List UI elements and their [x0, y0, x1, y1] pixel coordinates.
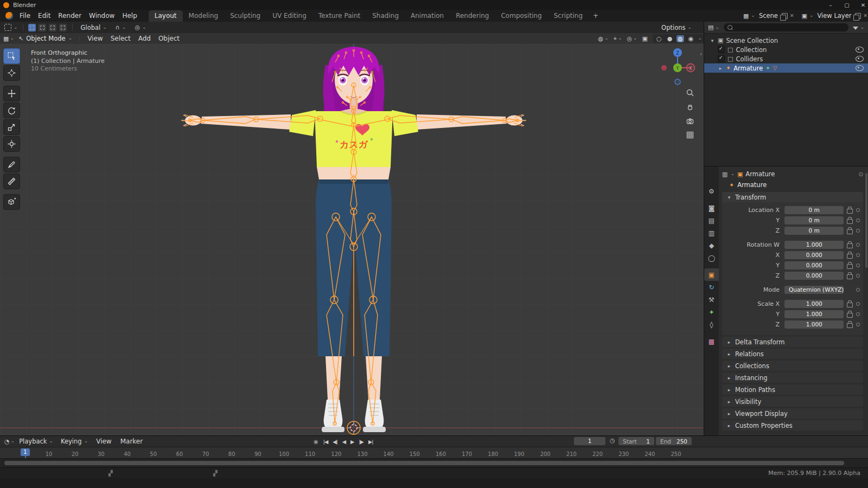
object-name[interactable]: Armature — [737, 181, 767, 189]
rotation-mode-dropdown[interactable]: Quaternion (WXYZ) — [784, 286, 844, 294]
timeline-marker-menu[interactable]: Marker — [117, 436, 146, 446]
select-mode-set-button[interactable] — [28, 24, 36, 31]
tab-output[interactable]: ▤ — [704, 214, 719, 227]
playback-menu[interactable]: Playback — [16, 437, 56, 446]
hide-in-viewport-eye-icon[interactable] — [856, 65, 864, 71]
lock-icon[interactable] — [847, 219, 853, 224]
measure-tool[interactable] — [3, 174, 20, 189]
tab-object[interactable]: ▣ — [704, 268, 719, 281]
tab-object-data[interactable]: ✦ — [704, 306, 719, 318]
new-view-layer-icon[interactable] — [855, 13, 861, 19]
workspace-tab[interactable]: Layout — [149, 10, 183, 22]
auto-keyframe-button[interactable]: ◉ — [314, 439, 318, 445]
pin-icon[interactable]: ⊙ — [858, 171, 863, 178]
scrollbar-thumb[interactable] — [4, 461, 844, 465]
browse-scene-icon[interactable]: ▦ — [743, 13, 749, 19]
animate-dot[interactable] — [856, 323, 860, 326]
menu-item[interactable]: File — [16, 11, 34, 21]
tab-view-layer[interactable]: ▥ — [704, 227, 719, 239]
scale-z-field[interactable]: 1.000 — [784, 320, 844, 329]
maximize-button[interactable]: ▢ — [839, 2, 855, 8]
timeline-view-menu[interactable]: View — [92, 436, 115, 446]
lock-icon[interactable] — [847, 323, 853, 328]
new-scene-icon[interactable] — [782, 13, 788, 19]
collection-checkbox[interactable] — [718, 46, 725, 53]
mode-dropdown[interactable]: ↖ Object Mode — [15, 35, 75, 42]
viewport-menu-item[interactable]: Select — [107, 34, 135, 43]
outliner-row-colliders[interactable]: □ Colliders — [704, 54, 868, 63]
lock-icon[interactable] — [847, 209, 853, 214]
view-layer-name[interactable]: View Layer — [815, 12, 853, 20]
gizmos-dropdown[interactable]: ⌖ — [614, 35, 622, 42]
options-dropdown[interactable]: Options — [658, 23, 695, 32]
section-collections[interactable]: ▸ Collections — [722, 361, 863, 371]
move-tool[interactable] — [3, 86, 20, 101]
shading-wireframe-button[interactable]: ○ — [655, 35, 663, 42]
animate-dot[interactable] — [856, 253, 860, 257]
editor-type-icon[interactable]: ▦ — [3, 36, 9, 42]
lock-icon[interactable] — [847, 264, 853, 269]
timeline-ruler[interactable]: 1 10203040506070809010011012013014015016… — [0, 447, 868, 459]
add-cube-tool[interactable] — [3, 194, 20, 210]
collection-checkbox[interactable] — [718, 55, 725, 62]
lock-icon[interactable] — [847, 313, 853, 318]
close-button[interactable]: ✕ — [855, 2, 868, 8]
remove-view-layer-icon[interactable]: ✕ — [863, 13, 867, 18]
scene-collection-label[interactable]: Scene Collection — [726, 37, 778, 44]
viewport-menu-item[interactable]: View — [84, 34, 106, 43]
scale-x-field[interactable]: 1.000 — [784, 300, 844, 308]
workspace-tab[interactable]: Texture Paint — [312, 10, 366, 22]
transform-tool[interactable] — [3, 136, 20, 152]
snapping-dropdown[interactable]: ∩ — [112, 23, 130, 32]
workspace-tab[interactable]: Sculpting — [224, 10, 266, 22]
ortho-grid-icon[interactable] — [686, 131, 694, 139]
object-type-visibility-dropdown[interactable]: ◍ — [598, 35, 609, 42]
outliner-editor-icon[interactable]: ▤ — [708, 24, 713, 30]
section-motion-paths[interactable]: ▸ Motion Paths — [722, 384, 863, 395]
breadcrumb-object-name[interactable]: Armature — [745, 170, 775, 178]
tab-bone[interactable]: ◊ — [704, 318, 719, 331]
collection-label[interactable]: Collection — [736, 46, 767, 54]
jump-to-end-button[interactable]: ▶| — [368, 439, 373, 445]
shading-solid-button[interactable]: ● — [666, 35, 674, 42]
animate-dot[interactable] — [856, 243, 860, 247]
animate-dot[interactable] — [856, 302, 860, 306]
workspace-tab[interactable]: Rendering — [450, 10, 495, 22]
select-mode-subtract-button[interactable] — [49, 24, 56, 31]
scale-y-field[interactable]: 1.000 — [784, 310, 844, 318]
colliders-label[interactable]: Colliders — [736, 55, 763, 63]
active-tool-icon[interactable] — [4, 24, 11, 31]
outliner-row-scene-collection[interactable]: ▾ ▣ Scene Collection — [704, 36, 868, 45]
workspace-tab[interactable]: Scripting — [548, 10, 589, 22]
object-name-row[interactable]: ✦ Armature — [722, 179, 863, 190]
shading-material-button[interactable]: ◍ — [676, 35, 684, 42]
location-x-field[interactable]: 0 m — [784, 206, 844, 214]
properties-scrollbar[interactable] — [865, 173, 867, 268]
rotation-w-field[interactable]: 1.000 — [784, 241, 844, 249]
view-layer-icon[interactable]: ▣ — [801, 13, 807, 19]
shading-rendered-button[interactable]: ◉ — [687, 35, 695, 42]
blender-app-menu-icon[interactable] — [5, 12, 13, 20]
xray-toggle[interactable]: ▣ — [642, 36, 648, 42]
location-z-field[interactable]: 0 m — [784, 227, 844, 235]
proportional-editing-dropdown[interactable]: ◎ — [131, 23, 149, 32]
workspace-tab[interactable]: Shading — [366, 10, 405, 22]
select-mode-intersect-button[interactable] — [59, 24, 67, 31]
scene-name[interactable]: Scene — [757, 12, 780, 20]
prev-keyframe-button[interactable]: ◀| — [333, 439, 337, 445]
workspace-tab[interactable]: Compositing — [495, 10, 547, 22]
section-delta-transform[interactable]: ▸ Delta Transform — [722, 337, 863, 347]
unlink-scene-icon[interactable]: ✕ — [790, 13, 794, 18]
workspace-tab[interactable]: Modeling — [183, 10, 225, 22]
disclosure-icon[interactable]: ▾ — [710, 38, 715, 43]
section-instancing[interactable]: ▸ Instancing — [722, 373, 863, 383]
location-y-field[interactable]: 0 m — [784, 216, 844, 224]
animate-dot[interactable] — [856, 312, 860, 316]
tab-world[interactable]: ◯ — [704, 252, 719, 264]
tab-render[interactable]: ◙ — [704, 202, 719, 214]
splitter-widget-icon[interactable]: ▞ — [213, 470, 218, 476]
splitter-widget-icon[interactable]: ▞ — [108, 470, 113, 476]
animate-dot[interactable] — [856, 208, 860, 212]
outliner-row-collection[interactable]: □ Collection — [704, 45, 868, 54]
annotate-tool[interactable] — [3, 157, 20, 172]
